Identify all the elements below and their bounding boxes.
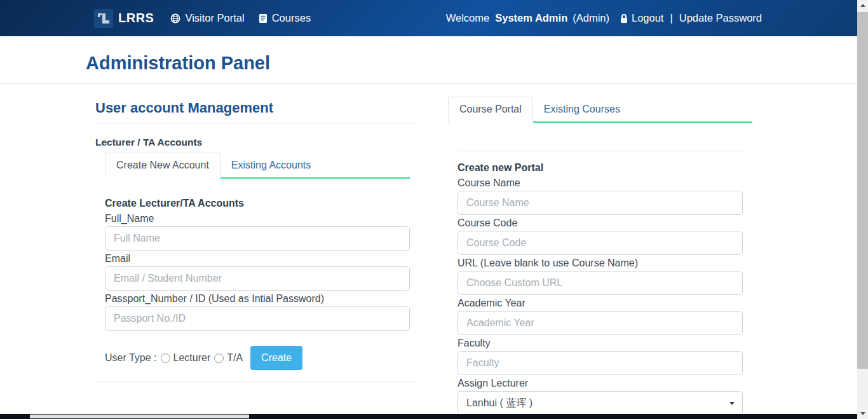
scrollbar-down-button[interactable] xyxy=(857,408,868,419)
course-portal-panel: Course Portal Existing Courses Create ne… xyxy=(448,97,752,419)
email-input[interactable] xyxy=(105,266,410,291)
academic-year-input[interactable] xyxy=(458,311,743,335)
lecturer-ta-accounts-label: Lecturer / TA Accounts xyxy=(95,137,419,148)
course-code-input[interactable] xyxy=(458,231,743,255)
divider xyxy=(95,123,419,123)
scrollbar-up-button[interactable] xyxy=(857,0,868,11)
course-tabs: Course Portal Existing Courses xyxy=(448,97,752,123)
book-icon xyxy=(259,13,268,24)
assign-lecturer-selected-value: Lanhui ( 蓝珲 ) xyxy=(466,397,532,410)
left-panel-heading: User account Management xyxy=(95,100,419,116)
lock-icon xyxy=(620,13,628,24)
logout-link[interactable]: Logout xyxy=(620,12,663,24)
nav-visitor-portal-label: Visitor Portal xyxy=(185,12,244,24)
user-type-row: User Type : Lecturer T/A Create xyxy=(105,346,410,370)
chevron-down-icon xyxy=(729,402,735,405)
create-portal-form: Create new Portal Course Name Course Cod… xyxy=(448,162,752,419)
vertical-scrollbar[interactable] xyxy=(857,0,868,419)
arrow-up-icon xyxy=(860,4,865,7)
course-name-label: Course Name xyxy=(458,178,743,188)
assign-lecturer-select[interactable]: Lanhui ( 蓝珲 ) xyxy=(458,391,743,415)
course-code-label: Course Code xyxy=(458,218,743,228)
bottom-taskbar-segment xyxy=(30,415,249,418)
course-name-input[interactable] xyxy=(458,191,743,215)
browser-viewport: LRRS Visitor Portal C xyxy=(0,0,868,419)
brand[interactable]: LRRS xyxy=(94,9,170,28)
user-name: System Admin xyxy=(495,12,567,24)
create-portal-title: Create new Portal xyxy=(458,162,743,174)
academic-year-label: Academic Year xyxy=(458,298,743,308)
arrow-down-icon xyxy=(860,412,865,415)
page-header: Administration Panel xyxy=(0,36,857,84)
full-name-input[interactable] xyxy=(105,226,410,251)
full-name-label: Full_Name xyxy=(105,214,410,224)
radio-ta-label: T/A xyxy=(227,352,243,364)
lrrs-logo-icon xyxy=(94,9,113,28)
scrollbar-thumb[interactable] xyxy=(857,12,868,369)
tab-existing-accounts[interactable]: Existing Accounts xyxy=(220,153,322,177)
radio-ta[interactable] xyxy=(214,354,224,363)
account-tabs: Create New Account Existing Accounts xyxy=(105,153,410,179)
update-password-link[interactable]: Update Password xyxy=(679,12,762,24)
divider xyxy=(458,151,743,151)
brand-name: LRRS xyxy=(118,11,154,25)
nav-visitor-portal[interactable]: Visitor Portal xyxy=(170,12,244,24)
create-account-form-title: Create Lecturer/TA Accounts xyxy=(105,198,410,209)
radio-lecturer[interactable] xyxy=(161,354,170,363)
user-type-label: User Type : xyxy=(105,352,157,364)
faculty-input[interactable] xyxy=(458,351,743,375)
faculty-label: Faculty xyxy=(458,338,743,348)
radio-lecturer-label: Lecturer xyxy=(173,352,211,364)
nav-separator: | xyxy=(670,12,672,24)
nav-courses[interactable]: Courses xyxy=(259,12,311,24)
passport-input[interactable] xyxy=(105,306,410,331)
custom-url-input[interactable] xyxy=(458,271,743,295)
create-button[interactable]: Create xyxy=(250,346,302,370)
logout-label: Logout xyxy=(632,12,663,24)
user-role: (Admin) xyxy=(573,12,609,24)
globe-icon xyxy=(170,13,180,24)
passport-label: Passport_Number / ID (Used as Intial Pas… xyxy=(105,294,410,304)
tab-existing-courses[interactable]: Existing Courses xyxy=(533,97,631,121)
page-title: Administration Panel xyxy=(86,53,270,74)
create-account-form: Create Lecturer/TA Accounts Full_Name Em… xyxy=(95,179,419,370)
user-account-management-panel: User account Management Lecturer / TA Ac… xyxy=(95,100,419,381)
custom-url-label: URL (Leave blank to use Course Name) xyxy=(458,258,743,268)
welcome-text: Welcome xyxy=(446,12,489,24)
assign-lecturer-label: Assign Lecturer xyxy=(458,378,743,388)
tab-course-portal[interactable]: Course Portal xyxy=(448,97,533,123)
nav-courses-label: Courses xyxy=(272,12,311,24)
tab-create-new-account[interactable]: Create New Account xyxy=(105,153,220,179)
email-label: Email xyxy=(105,254,410,264)
divider xyxy=(95,381,419,381)
top-navbar: LRRS Visitor Portal C xyxy=(0,0,857,36)
